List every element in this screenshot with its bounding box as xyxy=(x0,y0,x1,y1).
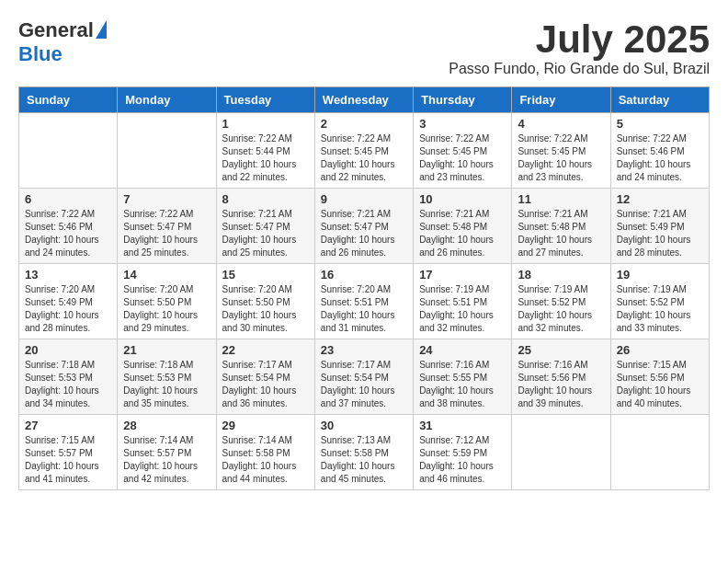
day-number: 19 xyxy=(617,268,703,282)
day-number: 1 xyxy=(222,117,309,131)
calendar-cell: 11Sunrise: 7:21 AM Sunset: 5:48 PM Dayli… xyxy=(512,189,610,264)
calendar-cell: 31Sunrise: 7:12 AM Sunset: 5:59 PM Dayli… xyxy=(414,415,512,490)
day-info: Sunrise: 7:17 AM Sunset: 5:54 PM Dayligh… xyxy=(222,359,309,410)
calendar-week-row: 13Sunrise: 7:20 AM Sunset: 5:49 PM Dayli… xyxy=(19,264,710,339)
logo-triangle-icon xyxy=(96,20,107,39)
calendar-cell: 15Sunrise: 7:20 AM Sunset: 5:50 PM Dayli… xyxy=(216,264,314,339)
day-info: Sunrise: 7:17 AM Sunset: 5:54 PM Dayligh… xyxy=(321,359,407,410)
calendar-cell: 22Sunrise: 7:17 AM Sunset: 5:54 PM Dayli… xyxy=(216,339,314,415)
calendar-cell xyxy=(19,113,118,189)
day-number: 15 xyxy=(222,268,309,282)
day-info: Sunrise: 7:18 AM Sunset: 5:53 PM Dayligh… xyxy=(25,359,111,410)
day-number: 8 xyxy=(222,192,309,206)
calendar-cell: 26Sunrise: 7:15 AM Sunset: 5:56 PM Dayli… xyxy=(610,339,709,415)
calendar-cell: 6Sunrise: 7:22 AM Sunset: 5:46 PM Daylig… xyxy=(19,189,118,264)
day-info: Sunrise: 7:14 AM Sunset: 5:57 PM Dayligh… xyxy=(123,434,210,486)
weekday-header-wednesday: Wednesday xyxy=(314,87,413,113)
day-number: 3 xyxy=(419,117,506,131)
day-info: Sunrise: 7:12 AM Sunset: 5:59 PM Dayligh… xyxy=(419,434,506,486)
day-number: 13 xyxy=(25,268,111,282)
logo: General Blue xyxy=(18,18,107,66)
day-number: 11 xyxy=(518,192,604,206)
day-info: Sunrise: 7:19 AM Sunset: 5:51 PM Dayligh… xyxy=(419,283,506,335)
calendar-cell: 2Sunrise: 7:22 AM Sunset: 5:45 PM Daylig… xyxy=(314,113,413,189)
day-number: 14 xyxy=(123,268,210,282)
calendar-cell xyxy=(118,113,216,189)
calendar-week-row: 6Sunrise: 7:22 AM Sunset: 5:46 PM Daylig… xyxy=(19,189,710,264)
calendar-cell: 19Sunrise: 7:19 AM Sunset: 5:52 PM Dayli… xyxy=(610,264,709,339)
day-info: Sunrise: 7:20 AM Sunset: 5:50 PM Dayligh… xyxy=(123,283,210,335)
weekday-header-thursday: Thursday xyxy=(414,87,512,113)
calendar-cell: 8Sunrise: 7:21 AM Sunset: 5:47 PM Daylig… xyxy=(216,189,314,264)
day-info: Sunrise: 7:22 AM Sunset: 5:46 PM Dayligh… xyxy=(617,132,703,184)
day-info: Sunrise: 7:22 AM Sunset: 5:46 PM Dayligh… xyxy=(25,208,111,259)
day-number: 12 xyxy=(617,192,703,206)
day-info: Sunrise: 7:20 AM Sunset: 5:51 PM Dayligh… xyxy=(321,283,407,335)
day-number: 25 xyxy=(518,343,604,357)
day-info: Sunrise: 7:19 AM Sunset: 5:52 PM Dayligh… xyxy=(617,283,703,335)
calendar-cell: 7Sunrise: 7:22 AM Sunset: 5:47 PM Daylig… xyxy=(118,189,216,264)
day-info: Sunrise: 7:15 AM Sunset: 5:56 PM Dayligh… xyxy=(617,359,703,410)
calendar-cell: 30Sunrise: 7:13 AM Sunset: 5:58 PM Dayli… xyxy=(314,415,413,490)
day-info: Sunrise: 7:14 AM Sunset: 5:58 PM Dayligh… xyxy=(222,434,309,486)
calendar-week-row: 1Sunrise: 7:22 AM Sunset: 5:44 PM Daylig… xyxy=(19,113,710,189)
weekday-header-tuesday: Tuesday xyxy=(216,87,314,113)
day-info: Sunrise: 7:21 AM Sunset: 5:48 PM Dayligh… xyxy=(518,208,604,259)
day-number: 7 xyxy=(123,192,210,206)
day-number: 4 xyxy=(518,117,604,131)
day-info: Sunrise: 7:13 AM Sunset: 5:58 PM Dayligh… xyxy=(321,434,407,486)
month-title: July 2025 xyxy=(449,18,710,61)
calendar-cell: 12Sunrise: 7:21 AM Sunset: 5:49 PM Dayli… xyxy=(610,189,709,264)
day-number: 30 xyxy=(321,419,407,432)
logo-blue: Blue xyxy=(18,42,63,66)
day-info: Sunrise: 7:21 AM Sunset: 5:49 PM Dayligh… xyxy=(617,208,703,259)
weekday-header-saturday: Saturday xyxy=(610,87,709,113)
title-block: July 2025 Passo Fundo, Rio Grande do Sul… xyxy=(449,18,710,77)
page-header: General Blue July 2025 Passo Fundo, Rio … xyxy=(18,18,710,77)
calendar-cell: 3Sunrise: 7:22 AM Sunset: 5:45 PM Daylig… xyxy=(414,113,512,189)
day-number: 16 xyxy=(321,268,407,282)
day-number: 17 xyxy=(419,268,506,282)
calendar-week-row: 20Sunrise: 7:18 AM Sunset: 5:53 PM Dayli… xyxy=(19,339,710,415)
day-number: 26 xyxy=(617,343,703,357)
calendar-cell: 29Sunrise: 7:14 AM Sunset: 5:58 PM Dayli… xyxy=(216,415,314,490)
calendar-table: SundayMondayTuesdayWednesdayThursdayFrid… xyxy=(18,86,710,490)
day-number: 5 xyxy=(617,117,703,131)
weekday-header-sunday: Sunday xyxy=(19,87,118,113)
calendar-cell: 13Sunrise: 7:20 AM Sunset: 5:49 PM Dayli… xyxy=(19,264,118,339)
calendar-cell xyxy=(512,415,610,490)
day-info: Sunrise: 7:22 AM Sunset: 5:47 PM Dayligh… xyxy=(123,208,210,259)
day-info: Sunrise: 7:16 AM Sunset: 5:55 PM Dayligh… xyxy=(419,359,506,410)
calendar-cell: 9Sunrise: 7:21 AM Sunset: 5:47 PM Daylig… xyxy=(314,189,413,264)
day-info: Sunrise: 7:18 AM Sunset: 5:53 PM Dayligh… xyxy=(123,359,210,410)
logo-general: General xyxy=(18,18,94,42)
day-number: 18 xyxy=(518,268,604,282)
day-info: Sunrise: 7:21 AM Sunset: 5:48 PM Dayligh… xyxy=(419,208,506,259)
day-number: 27 xyxy=(25,419,111,432)
day-info: Sunrise: 7:22 AM Sunset: 5:45 PM Dayligh… xyxy=(518,132,604,184)
day-number: 22 xyxy=(222,343,309,357)
day-number: 9 xyxy=(321,192,407,206)
day-number: 31 xyxy=(419,419,506,432)
calendar-cell: 10Sunrise: 7:21 AM Sunset: 5:48 PM Dayli… xyxy=(414,189,512,264)
day-info: Sunrise: 7:19 AM Sunset: 5:52 PM Dayligh… xyxy=(518,283,604,335)
weekday-header-friday: Friday xyxy=(512,87,610,113)
calendar-cell: 28Sunrise: 7:14 AM Sunset: 5:57 PM Dayli… xyxy=(118,415,216,490)
day-info: Sunrise: 7:22 AM Sunset: 5:44 PM Dayligh… xyxy=(222,132,309,184)
calendar-week-row: 27Sunrise: 7:15 AM Sunset: 5:57 PM Dayli… xyxy=(19,415,710,490)
day-info: Sunrise: 7:21 AM Sunset: 5:47 PM Dayligh… xyxy=(222,208,309,259)
day-number: 6 xyxy=(25,192,111,206)
day-info: Sunrise: 7:20 AM Sunset: 5:50 PM Dayligh… xyxy=(222,283,309,335)
calendar-cell: 14Sunrise: 7:20 AM Sunset: 5:50 PM Dayli… xyxy=(118,264,216,339)
day-info: Sunrise: 7:16 AM Sunset: 5:56 PM Dayligh… xyxy=(518,359,604,410)
calendar-cell: 23Sunrise: 7:17 AM Sunset: 5:54 PM Dayli… xyxy=(314,339,413,415)
calendar-cell: 4Sunrise: 7:22 AM Sunset: 5:45 PM Daylig… xyxy=(512,113,610,189)
day-info: Sunrise: 7:20 AM Sunset: 5:49 PM Dayligh… xyxy=(25,283,111,335)
day-number: 24 xyxy=(419,343,506,357)
day-number: 21 xyxy=(123,343,210,357)
day-number: 20 xyxy=(25,343,111,357)
calendar-cell xyxy=(610,415,709,490)
calendar-header-row: SundayMondayTuesdayWednesdayThursdayFrid… xyxy=(19,87,710,113)
location-title: Passo Fundo, Rio Grande do Sul, Brazil xyxy=(449,61,710,77)
calendar-cell: 16Sunrise: 7:20 AM Sunset: 5:51 PM Dayli… xyxy=(314,264,413,339)
